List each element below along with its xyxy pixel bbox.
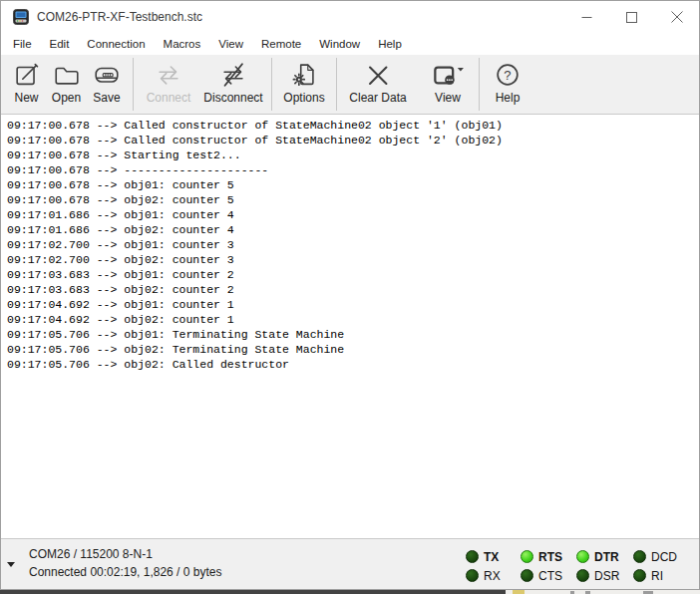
indicator-tx: TX	[466, 550, 521, 564]
rx-led-icon	[466, 569, 479, 582]
close-button[interactable]	[654, 1, 699, 33]
indicator-rx: RX	[466, 569, 521, 583]
toolbar-button-disconnect[interactable]: Disconnect	[197, 55, 269, 114]
minimize-icon	[581, 12, 592, 23]
window-title: COM26-PTR-XF-Testbench.stc	[37, 10, 202, 24]
toolbar-separator	[336, 58, 337, 111]
menu-file[interactable]: File	[4, 33, 41, 55]
toolbar-separator	[133, 58, 134, 111]
maximize-icon	[626, 12, 637, 23]
status-dropdown-arrow-icon[interactable]	[7, 562, 15, 567]
tx-led-icon	[466, 550, 479, 563]
toolbar-label: Connect	[147, 91, 191, 105]
app-window: COM26-PTR-XF-Testbench.stc File Edit Con…	[0, 0, 700, 590]
terminal-line: 09:17:04.692 --> obj01: counter 1	[7, 297, 699, 312]
rts-label: RTS	[538, 550, 562, 564]
terminal-line: 09:17:05.706 --> obj01: Terminating Stat…	[7, 327, 699, 342]
open-folder-icon	[52, 60, 82, 90]
background-window-accent	[513, 590, 525, 594]
background-window-edge	[506, 590, 700, 594]
toolbar-button-save[interactable]: Save	[87, 55, 127, 114]
title-bar: COM26-PTR-XF-Testbench.stc	[1, 1, 699, 33]
dtr-label: DTR	[594, 550, 619, 564]
terminal-line: 09:17:02.700 --> obj01: counter 3	[7, 237, 699, 252]
dcd-label: DCD	[651, 550, 677, 564]
help-question-icon: ?	[493, 60, 523, 90]
toolbar-separator	[479, 58, 480, 111]
terminal-line: 09:17:00.678 --> ---------------------	[7, 162, 699, 177]
terminal-output[interactable]: 09:17:00.678 --> Called constructor of S…	[1, 115, 699, 538]
new-document-icon	[12, 60, 42, 90]
terminal-line: 09:17:03.683 --> obj01: counter 2	[7, 267, 699, 282]
toolbar-button-help[interactable]: ? Help	[485, 55, 530, 114]
toolbar-label: Help	[496, 91, 521, 105]
indicator-dtr[interactable]: DTR	[576, 550, 633, 564]
toolbar-label: New	[14, 91, 38, 105]
chevron-down-icon	[458, 68, 464, 72]
toolbar-button-options[interactable]: Options	[277, 55, 331, 114]
tx-label: TX	[484, 550, 499, 564]
toolbar-button-new[interactable]: New	[7, 55, 46, 114]
toolbar-label: Disconnect	[203, 91, 262, 105]
menu-connection[interactable]: Connection	[78, 33, 154, 55]
indicator-dsr: DSR	[576, 569, 633, 583]
ri-label: RI	[651, 569, 663, 583]
app-icon	[13, 9, 29, 25]
save-drive-icon	[92, 60, 122, 90]
menu-help[interactable]: Help	[369, 33, 411, 55]
minimize-button[interactable]	[564, 1, 609, 33]
svg-text:?: ?	[504, 68, 511, 83]
status-text: COM26 / 115200 8-N-1 Connected 00:02:19,…	[29, 545, 221, 581]
toolbar-button-open[interactable]: Open	[46, 55, 87, 114]
dtr-led-icon	[576, 550, 589, 563]
terminal-line: 09:17:00.678 --> Starting test2...	[7, 148, 699, 162]
terminal-line: 09:17:02.700 --> obj02: counter 3	[7, 252, 699, 267]
terminal-line: 09:17:00.678 --> Called constructor of S…	[7, 118, 699, 133]
toolbar-label: Open	[52, 91, 81, 105]
terminal-line: 09:17:05.706 --> obj02: Called destructo…	[7, 357, 699, 372]
menu-bar: File Edit Connection Macros View Remote …	[1, 33, 699, 55]
background-window-sliver	[0, 590, 700, 594]
window-controls	[564, 1, 699, 33]
disconnect-arrows-slash-icon	[218, 60, 248, 90]
menu-view[interactable]: View	[209, 33, 252, 55]
toolbar-button-view[interactable]: View	[419, 55, 477, 114]
terminal-line: 09:17:00.678 --> obj01: counter 5	[7, 177, 699, 192]
toolbar: New Open Save Connect	[1, 55, 699, 115]
ri-led-icon	[633, 569, 646, 582]
menu-window[interactable]: Window	[310, 33, 369, 55]
port-settings: COM26 / 115200 8-N-1	[29, 545, 221, 563]
signal-indicators: TX RTS DTR DCD RX CTS	[466, 547, 695, 585]
menu-macros[interactable]: Macros	[155, 33, 210, 55]
close-icon	[671, 11, 683, 23]
indicator-dcd: DCD	[633, 550, 695, 564]
terminal-line: 09:17:01.686 --> obj02: counter 4	[7, 222, 699, 237]
rts-led-icon	[521, 550, 533, 563]
terminal-line: 09:17:05.706 --> obj02: Terminating Stat…	[7, 342, 699, 357]
dcd-led-icon	[633, 550, 646, 563]
cts-label: CTS	[538, 569, 562, 583]
menu-edit[interactable]: Edit	[41, 33, 79, 55]
toolbar-label: Save	[93, 91, 120, 105]
menu-remote[interactable]: Remote	[252, 33, 310, 55]
cts-led-icon	[521, 569, 533, 582]
terminal-line: 09:17:00.678 --> obj02: counter 5	[7, 192, 699, 207]
terminal-line: 09:17:01.686 --> obj01: counter 4	[7, 207, 699, 222]
dsr-label: DSR	[594, 569, 619, 583]
toolbar-label: Options	[283, 91, 324, 105]
maximize-button[interactable]	[609, 1, 654, 33]
terminal-line: 09:17:04.692 --> obj02: counter 1	[7, 312, 699, 327]
connect-arrows-icon	[154, 60, 183, 90]
toolbar-label: View	[435, 91, 461, 105]
dsr-led-icon	[576, 569, 589, 582]
indicator-rts[interactable]: RTS	[521, 550, 576, 564]
toolbar-button-connect: Connect	[140, 55, 197, 114]
options-gear-document-icon	[289, 60, 319, 90]
indicator-ri: RI	[633, 569, 695, 583]
toolbar-button-clear-data[interactable]: Clear Data	[345, 55, 411, 114]
indicator-cts: CTS	[521, 569, 576, 583]
window-shadow	[0, 590, 506, 594]
rx-label: RX	[484, 569, 501, 583]
toolbar-label: Clear Data	[349, 91, 406, 105]
toolbar-separator	[271, 58, 272, 111]
